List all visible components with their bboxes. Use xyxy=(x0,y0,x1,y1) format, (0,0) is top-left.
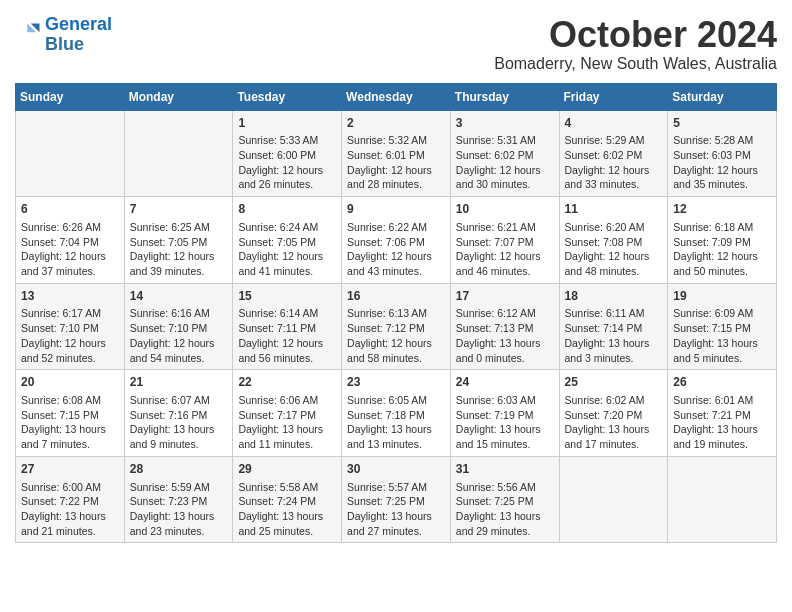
day-number: 17 xyxy=(456,288,554,305)
calendar-cell: 6Sunrise: 6:26 AMSunset: 7:04 PMDaylight… xyxy=(16,197,125,284)
day-number: 29 xyxy=(238,461,336,478)
day-info: Sunrise: 6:08 AMSunset: 7:15 PMDaylight:… xyxy=(21,393,119,452)
day-number: 23 xyxy=(347,374,445,391)
day-info: Sunrise: 6:13 AMSunset: 7:12 PMDaylight:… xyxy=(347,306,445,365)
calendar-cell xyxy=(559,456,668,543)
day-info: Sunrise: 5:28 AMSunset: 6:03 PMDaylight:… xyxy=(673,133,771,192)
calendar-cell: 19Sunrise: 6:09 AMSunset: 7:15 PMDayligh… xyxy=(668,283,777,370)
calendar-cell: 17Sunrise: 6:12 AMSunset: 7:13 PMDayligh… xyxy=(450,283,559,370)
day-number: 22 xyxy=(238,374,336,391)
day-number: 26 xyxy=(673,374,771,391)
calendar-cell: 2Sunrise: 5:32 AMSunset: 6:01 PMDaylight… xyxy=(342,110,451,197)
logo-icon xyxy=(15,20,43,48)
calendar-cell: 29Sunrise: 5:58 AMSunset: 7:24 PMDayligh… xyxy=(233,456,342,543)
weekday-header-row: SundayMondayTuesdayWednesdayThursdayFrid… xyxy=(16,83,777,110)
day-info: Sunrise: 6:22 AMSunset: 7:06 PMDaylight:… xyxy=(347,220,445,279)
calendar-cell: 7Sunrise: 6:25 AMSunset: 7:05 PMDaylight… xyxy=(124,197,233,284)
page-subtitle: Bomaderry, New South Wales, Australia xyxy=(494,55,777,73)
calendar-cell: 13Sunrise: 6:17 AMSunset: 7:10 PMDayligh… xyxy=(16,283,125,370)
calendar-cell: 15Sunrise: 6:14 AMSunset: 7:11 PMDayligh… xyxy=(233,283,342,370)
day-number: 24 xyxy=(456,374,554,391)
calendar-cell: 8Sunrise: 6:24 AMSunset: 7:05 PMDaylight… xyxy=(233,197,342,284)
day-info: Sunrise: 6:00 AMSunset: 7:22 PMDaylight:… xyxy=(21,480,119,539)
calendar-cell: 12Sunrise: 6:18 AMSunset: 7:09 PMDayligh… xyxy=(668,197,777,284)
day-number: 19 xyxy=(673,288,771,305)
day-info: Sunrise: 5:58 AMSunset: 7:24 PMDaylight:… xyxy=(238,480,336,539)
calendar-week-row: 13Sunrise: 6:17 AMSunset: 7:10 PMDayligh… xyxy=(16,283,777,370)
calendar-cell: 30Sunrise: 5:57 AMSunset: 7:25 PMDayligh… xyxy=(342,456,451,543)
weekday-header: Thursday xyxy=(450,83,559,110)
day-number: 30 xyxy=(347,461,445,478)
calendar-cell: 21Sunrise: 6:07 AMSunset: 7:16 PMDayligh… xyxy=(124,370,233,457)
calendar-cell: 16Sunrise: 6:13 AMSunset: 7:12 PMDayligh… xyxy=(342,283,451,370)
day-info: Sunrise: 6:02 AMSunset: 7:20 PMDaylight:… xyxy=(565,393,663,452)
day-info: Sunrise: 6:26 AMSunset: 7:04 PMDaylight:… xyxy=(21,220,119,279)
day-info: Sunrise: 6:03 AMSunset: 7:19 PMDaylight:… xyxy=(456,393,554,452)
day-number: 7 xyxy=(130,201,228,218)
calendar-week-row: 20Sunrise: 6:08 AMSunset: 7:15 PMDayligh… xyxy=(16,370,777,457)
day-number: 27 xyxy=(21,461,119,478)
day-info: Sunrise: 5:31 AMSunset: 6:02 PMDaylight:… xyxy=(456,133,554,192)
day-info: Sunrise: 5:32 AMSunset: 6:01 PMDaylight:… xyxy=(347,133,445,192)
calendar-cell: 3Sunrise: 5:31 AMSunset: 6:02 PMDaylight… xyxy=(450,110,559,197)
day-info: Sunrise: 6:24 AMSunset: 7:05 PMDaylight:… xyxy=(238,220,336,279)
day-number: 5 xyxy=(673,115,771,132)
calendar-cell: 27Sunrise: 6:00 AMSunset: 7:22 PMDayligh… xyxy=(16,456,125,543)
day-number: 8 xyxy=(238,201,336,218)
logo: GeneralBlue xyxy=(15,15,112,55)
day-info: Sunrise: 6:09 AMSunset: 7:15 PMDaylight:… xyxy=(673,306,771,365)
weekday-header: Wednesday xyxy=(342,83,451,110)
day-info: Sunrise: 6:18 AMSunset: 7:09 PMDaylight:… xyxy=(673,220,771,279)
day-info: Sunrise: 6:12 AMSunset: 7:13 PMDaylight:… xyxy=(456,306,554,365)
day-info: Sunrise: 6:06 AMSunset: 7:17 PMDaylight:… xyxy=(238,393,336,452)
calendar-cell: 10Sunrise: 6:21 AMSunset: 7:07 PMDayligh… xyxy=(450,197,559,284)
day-info: Sunrise: 6:20 AMSunset: 7:08 PMDaylight:… xyxy=(565,220,663,279)
calendar-cell: 24Sunrise: 6:03 AMSunset: 7:19 PMDayligh… xyxy=(450,370,559,457)
day-info: Sunrise: 6:16 AMSunset: 7:10 PMDaylight:… xyxy=(130,306,228,365)
day-number: 31 xyxy=(456,461,554,478)
day-info: Sunrise: 5:29 AMSunset: 6:02 PMDaylight:… xyxy=(565,133,663,192)
calendar-cell: 4Sunrise: 5:29 AMSunset: 6:02 PMDaylight… xyxy=(559,110,668,197)
day-number: 25 xyxy=(565,374,663,391)
calendar-cell xyxy=(16,110,125,197)
calendar-cell: 31Sunrise: 5:56 AMSunset: 7:25 PMDayligh… xyxy=(450,456,559,543)
page-header: GeneralBlue October 2024 Bomaderry, New … xyxy=(15,15,777,73)
day-number: 16 xyxy=(347,288,445,305)
calendar-cell: 1Sunrise: 5:33 AMSunset: 6:00 PMDaylight… xyxy=(233,110,342,197)
day-number: 2 xyxy=(347,115,445,132)
day-info: Sunrise: 5:57 AMSunset: 7:25 PMDaylight:… xyxy=(347,480,445,539)
day-number: 9 xyxy=(347,201,445,218)
day-number: 15 xyxy=(238,288,336,305)
weekday-header: Monday xyxy=(124,83,233,110)
day-number: 20 xyxy=(21,374,119,391)
logo-text: GeneralBlue xyxy=(45,15,112,55)
calendar-cell: 25Sunrise: 6:02 AMSunset: 7:20 PMDayligh… xyxy=(559,370,668,457)
day-info: Sunrise: 6:05 AMSunset: 7:18 PMDaylight:… xyxy=(347,393,445,452)
day-number: 10 xyxy=(456,201,554,218)
calendar-table: SundayMondayTuesdayWednesdayThursdayFrid… xyxy=(15,83,777,544)
page-title: October 2024 xyxy=(494,15,777,55)
calendar-week-row: 1Sunrise: 5:33 AMSunset: 6:00 PMDaylight… xyxy=(16,110,777,197)
calendar-cell xyxy=(668,456,777,543)
day-number: 21 xyxy=(130,374,228,391)
day-info: Sunrise: 6:07 AMSunset: 7:16 PMDaylight:… xyxy=(130,393,228,452)
day-number: 13 xyxy=(21,288,119,305)
day-info: Sunrise: 6:25 AMSunset: 7:05 PMDaylight:… xyxy=(130,220,228,279)
weekday-header: Tuesday xyxy=(233,83,342,110)
calendar-cell: 11Sunrise: 6:20 AMSunset: 7:08 PMDayligh… xyxy=(559,197,668,284)
calendar-cell: 22Sunrise: 6:06 AMSunset: 7:17 PMDayligh… xyxy=(233,370,342,457)
day-info: Sunrise: 6:17 AMSunset: 7:10 PMDaylight:… xyxy=(21,306,119,365)
day-info: Sunrise: 6:11 AMSunset: 7:14 PMDaylight:… xyxy=(565,306,663,365)
calendar-cell: 9Sunrise: 6:22 AMSunset: 7:06 PMDaylight… xyxy=(342,197,451,284)
day-info: Sunrise: 6:21 AMSunset: 7:07 PMDaylight:… xyxy=(456,220,554,279)
calendar-cell xyxy=(124,110,233,197)
calendar-cell: 20Sunrise: 6:08 AMSunset: 7:15 PMDayligh… xyxy=(16,370,125,457)
day-number: 1 xyxy=(238,115,336,132)
day-number: 18 xyxy=(565,288,663,305)
weekday-header: Sunday xyxy=(16,83,125,110)
day-info: Sunrise: 6:14 AMSunset: 7:11 PMDaylight:… xyxy=(238,306,336,365)
day-number: 12 xyxy=(673,201,771,218)
calendar-cell: 18Sunrise: 6:11 AMSunset: 7:14 PMDayligh… xyxy=(559,283,668,370)
calendar-week-row: 27Sunrise: 6:00 AMSunset: 7:22 PMDayligh… xyxy=(16,456,777,543)
day-number: 11 xyxy=(565,201,663,218)
